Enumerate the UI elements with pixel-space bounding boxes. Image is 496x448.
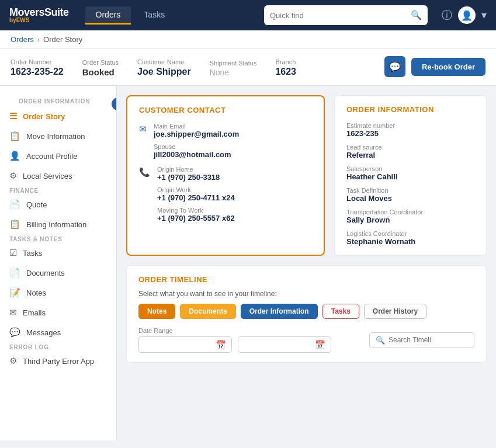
salesperson-label: Salesperson: [346, 165, 474, 172]
salesperson-field: Salesperson Heather Cahill: [346, 165, 474, 181]
filter-notes-button[interactable]: Notes: [138, 304, 175, 319]
main-email-entry: Main Email joe.shipper@gmail.com: [154, 123, 239, 138]
logistics-coordinator-label: Logistics Coordinator: [346, 230, 474, 237]
calendar-end-icon[interactable]: 📅: [315, 340, 325, 349]
main-layout: ORDER INFORMATION ‹ ☰ Order Story 📋 Move…: [0, 86, 496, 440]
branch-label: Branch: [275, 58, 296, 65]
order-info-card: ORDER INFORMATION Estimate number 1623-2…: [334, 95, 487, 256]
sidebar-header: ORDER INFORMATION ‹: [0, 93, 116, 106]
shipment-status-label: Shipment Status: [210, 60, 257, 67]
billing-icon: 📋: [9, 219, 20, 230]
filter-order-info-button[interactable]: Order Information: [241, 304, 318, 319]
email-entries: Main Email joe.shipper@gmail.com Spouse …: [154, 123, 239, 159]
sidebar-label-messages: Messages: [26, 328, 61, 337]
sidebar-item-account-profile[interactable]: 👤 Account Profile: [0, 146, 116, 166]
transport-coordinator-field: Transportation Coordinator Sally Brown: [346, 209, 474, 224]
date-range-group: Date Range 📅 📅: [138, 327, 331, 353]
sidebar-item-order-story[interactable]: ☰ Order Story: [0, 106, 116, 126]
timeline-title: ORDER TIMELINE: [138, 275, 474, 284]
customer-name-label: Customer Name: [137, 58, 191, 65]
order-info-title: ORDER INFORMATION: [346, 105, 474, 114]
search-icon: 🔍: [411, 10, 422, 20]
filter-tasks-button[interactable]: Tasks: [322, 304, 359, 319]
calendar-start-icon[interactable]: 📅: [216, 340, 226, 349]
order-info-grid: Estimate number 1623-235 Lead source Ref…: [346, 122, 474, 246]
email-icon: ✉: [139, 124, 147, 134]
origin-work-value: +1 (970) 250-4711 x24: [157, 193, 235, 202]
main-email-label: Main Email: [154, 123, 239, 130]
sidebar-item-notes[interactable]: 📝 Notes: [0, 283, 116, 303]
branch-value: 1623: [275, 67, 296, 77]
sidebar-label-move-info: Move Information: [26, 132, 85, 141]
breadcrumb-orders[interactable]: Orders: [11, 35, 34, 44]
date-range-label: Date Range: [138, 327, 331, 334]
logistics-coordinator-field: Logistics Coordinator Stephanie Wornath: [346, 230, 474, 246]
date-end-input[interactable]: [244, 341, 311, 349]
sidebar-item-documents[interactable]: 📄 Documents: [0, 263, 116, 283]
info-icon[interactable]: ⓘ: [442, 8, 452, 22]
moving-to-work-entry: Moving To Work +1 (970) 250-5557 x62: [157, 207, 235, 223]
order-story-icon: ☰: [9, 111, 17, 121]
customer-name-field: Customer Name Joe Shipper: [137, 58, 191, 77]
spouse-email-entry: Spouse jill2003@hotmail.com: [154, 143, 239, 159]
origin-work-entry: Origin Work +1 (970) 250-4711 x24: [157, 186, 235, 202]
task-definition-label: Task Definition: [346, 187, 474, 194]
third-party-icon: ⚙: [9, 356, 17, 366]
sidebar-label-third-party: Third Party Error App: [23, 357, 94, 366]
task-definition-field: Task Definition Local Moves: [346, 187, 474, 203]
tab-tasks[interactable]: Tasks: [133, 6, 175, 25]
origin-home-label: Origin Home: [157, 166, 235, 173]
order-number-value: 1623-235-22: [11, 67, 64, 77]
timeline-subtitle: Select what you want to see in your time…: [138, 290, 474, 298]
sidebar: ORDER INFORMATION ‹ ☰ Order Story 📋 Move…: [0, 86, 117, 440]
estimate-number-field: Estimate number 1623-235: [346, 122, 474, 138]
sidebar-label-account-profile: Account Profile: [26, 152, 77, 161]
move-info-icon: 📋: [9, 131, 20, 141]
sidebar-item-move-information[interactable]: 📋 Move Information: [0, 126, 116, 146]
customer-contact-title: CUSTOMER CONTACT: [139, 106, 312, 114]
order-status-value: Booked: [82, 67, 119, 77]
customer-contact-card: CUSTOMER CONTACT ✉ Main Email joe.shippe…: [126, 95, 325, 256]
estimate-number-value: 1623-235: [346, 129, 474, 138]
phone-icon: 📞: [139, 167, 150, 178]
chat-icon: 💬: [389, 61, 401, 72]
emails-icon: ✉: [9, 307, 17, 318]
filter-documents-button[interactable]: Documents: [180, 304, 235, 319]
date-start-input[interactable]: [145, 341, 212, 349]
sidebar-section-finance: FINANCE: [0, 182, 48, 196]
search-input[interactable]: [270, 11, 411, 20]
filter-order-history-button[interactable]: Order History: [364, 304, 426, 319]
phone-group: 📞 Origin Home +1 (970) 250-3318 Origin W…: [139, 166, 312, 223]
avatar[interactable]: 👤: [458, 6, 476, 24]
tab-orders[interactable]: Orders: [85, 6, 131, 25]
phone-entries: Origin Home +1 (970) 250-3318 Origin Wor…: [157, 166, 235, 223]
timeline-search-input[interactable]: [389, 336, 476, 344]
sidebar-label-quote: Quote: [26, 200, 47, 209]
chat-button[interactable]: 💬: [384, 56, 405, 77]
sidebar-label-emails: Emails: [23, 308, 46, 317]
main-email-value: joe.shipper@gmail.com: [154, 130, 239, 138]
timeline-search-icon: 🔍: [376, 336, 385, 345]
shipment-status-value: None: [210, 68, 257, 77]
sidebar-item-tasks[interactable]: ☑ Tasks: [0, 243, 116, 263]
branch-field: Branch 1623: [275, 58, 296, 77]
date-end-input-wrap[interactable]: 📅: [238, 336, 331, 353]
sidebar-item-third-party-error[interactable]: ⚙ Third Party Error App: [0, 351, 116, 371]
task-definition-value: Local Moves: [346, 194, 474, 203]
sidebar-item-emails[interactable]: ✉ Emails: [0, 303, 116, 322]
lead-source-value: Referral: [346, 151, 474, 159]
tasks-icon: ☑: [9, 248, 17, 258]
lead-source-field: Lead source Referral: [346, 144, 474, 159]
sidebar-section-tasks-notes: TASKS & NOTES: [0, 230, 72, 245]
quick-find-search[interactable]: 🔍: [264, 5, 428, 25]
timeline-search-box[interactable]: 🔍: [369, 332, 474, 348]
quote-icon: 📄: [9, 199, 20, 210]
account-profile-icon: 👤: [9, 151, 20, 161]
top-navigation: MoversSuite byEWS Orders Tasks 🔍 ⓘ 👤 ▾: [0, 0, 496, 30]
order-status-label: Order Status: [82, 59, 119, 66]
sidebar-item-quote[interactable]: 📄 Quote: [0, 195, 116, 214]
chevron-down-icon[interactable]: ▾: [481, 9, 487, 22]
content-area: CUSTOMER CONTACT ✉ Main Email joe.shippe…: [117, 86, 496, 440]
rebook-order-button[interactable]: Re-book Order: [411, 58, 485, 76]
date-start-input-wrap[interactable]: 📅: [138, 336, 232, 353]
